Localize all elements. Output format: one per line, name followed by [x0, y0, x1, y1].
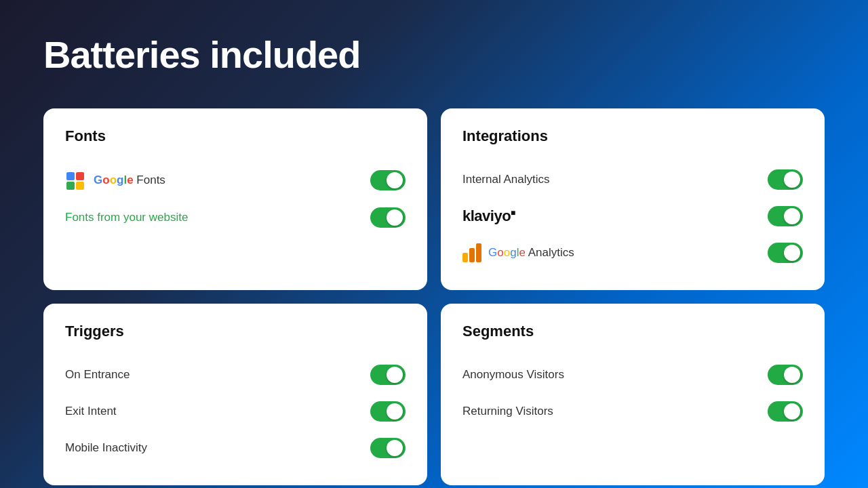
anonymous-visitors-label: Anonymous Visitors [462, 368, 564, 382]
integrations-card: Integrations Internal Analytics klaviyo■ [441, 108, 825, 290]
klaviyo-label: klaviyo■ [462, 207, 515, 225]
fonts-website-label: Fonts from your website [65, 211, 188, 224]
cards-grid: Fonts Google Fonts [43, 108, 825, 485]
svg-rect-4 [462, 253, 468, 262]
svg-rect-1 [76, 172, 84, 180]
google-analytics-text: Google Analytics [488, 246, 574, 260]
integrations-card-title: Integrations [462, 127, 803, 145]
segments-card: Segments Anonymous Visitors Returning Vi… [441, 304, 825, 485]
fonts-card-title: Fonts [65, 127, 406, 145]
toggle-row-exit-intent: Exit Intent [65, 393, 406, 430]
toggle-row-google-fonts: Google Fonts [65, 161, 406, 199]
toggle-row-on-entrance: On Entrance [65, 357, 406, 393]
triggers-card-title: Triggers [65, 323, 406, 340]
toggle-row-fonts-website: Fonts from your website [65, 199, 406, 236]
fonts-website-toggle[interactable] [370, 207, 406, 228]
svg-rect-3 [76, 182, 84, 190]
returning-visitors-toggle[interactable] [768, 401, 803, 422]
svg-rect-2 [66, 182, 75, 190]
toggle-row-anonymous-visitors: Anonymous Visitors [462, 357, 803, 393]
google-fonts-label: Google Fonts [65, 169, 165, 191]
fonts-card: Fonts Google Fonts [43, 108, 427, 290]
mobile-inactivity-label: Mobile Inactivity [65, 441, 147, 455]
google-fonts-toggle[interactable] [370, 170, 406, 190]
exit-intent-label: Exit Intent [65, 405, 117, 418]
segments-card-title: Segments [462, 323, 803, 340]
exit-intent-toggle[interactable] [370, 401, 406, 422]
internal-analytics-toggle[interactable] [768, 169, 803, 190]
klaviyo-toggle[interactable] [768, 206, 803, 226]
toggle-row-mobile-inactivity: Mobile Inactivity [65, 430, 406, 466]
svg-rect-5 [469, 248, 475, 262]
klaviyo-logo: klaviyo■ [462, 207, 515, 225]
google-fonts-text: Google Fonts [94, 174, 165, 187]
page-title: Batteries included [43, 33, 360, 77]
google-analytics-label: Google Analytics [462, 243, 574, 262]
toggle-row-internal-analytics: Internal Analytics [462, 161, 803, 198]
toggle-row-klaviyo: klaviyo■ [462, 198, 803, 235]
google-analytics-toggle[interactable] [768, 243, 803, 263]
internal-analytics-label: Internal Analytics [462, 173, 550, 186]
toggle-row-google-analytics: Google Analytics [462, 235, 803, 271]
google-fonts-icon [65, 169, 87, 191]
toggle-row-returning-visitors: Returning Visitors [462, 393, 803, 430]
google-analytics-icon [462, 243, 481, 262]
returning-visitors-label: Returning Visitors [462, 405, 553, 418]
on-entrance-label: On Entrance [65, 368, 130, 382]
on-entrance-toggle[interactable] [370, 365, 406, 385]
mobile-inactivity-toggle[interactable] [370, 438, 406, 458]
svg-rect-6 [476, 243, 481, 262]
svg-rect-0 [66, 172, 75, 180]
triggers-card: Triggers On Entrance Exit Intent Mobile … [43, 304, 427, 485]
anonymous-visitors-toggle[interactable] [768, 365, 803, 385]
